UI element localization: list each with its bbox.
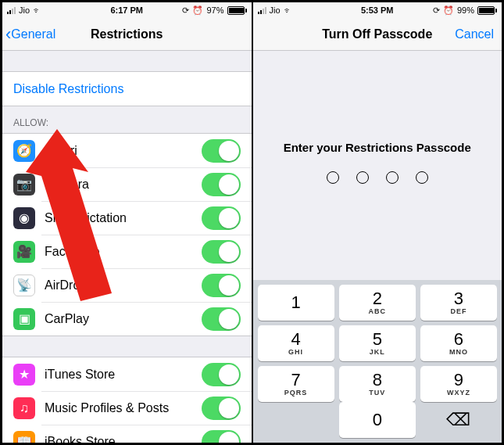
toggle-switch[interactable] — [202, 240, 241, 264]
status-bar: Jio ᯤ 6:17 PM ⟳ ⏰ 97% — [2, 2, 252, 18]
nav-bar: ‹ General Restrictions — [2, 18, 252, 51]
signal-icon — [258, 6, 266, 14]
key-digit: 6 — [454, 331, 463, 348]
app-icon: ▣ — [13, 308, 35, 330]
content-scroll[interactable]: Disable Restrictions ALLOW: 🧭Safari📷Came… — [2, 51, 252, 443]
allow-header: ALLOW: — [2, 106, 252, 133]
battery-percent: 97% — [206, 5, 223, 15]
app-cell-siri-dictation: ◉Siri & Dictation — [2, 201, 252, 235]
key-digit: 7 — [291, 371, 300, 389]
key-letters: TUV — [369, 389, 385, 397]
key-digit: 8 — [373, 371, 382, 389]
passcode-dot — [416, 171, 428, 184]
app-cell-facetime: 🎥FaceTime — [2, 235, 252, 268]
passcode-dots — [253, 171, 502, 184]
lock-icon: ⟳ — [433, 5, 440, 16]
app-icon: 📡 — [13, 275, 35, 296]
app-icon: ◉ — [13, 207, 35, 229]
passcode-screen: Jio ᯤ 5:53 PM ⟳ ⏰ 99% Turn Off Passcode … — [253, 2, 502, 443]
key-letters: WXYZ — [447, 389, 470, 397]
passcode-content: Enter your Restrictions Passcode 12ABC3D… — [253, 51, 502, 443]
app-label: Safari — [45, 144, 202, 158]
toggle-switch[interactable] — [202, 139, 241, 163]
app-cell-carplay: ▣CarPlay — [2, 302, 252, 336]
app-cell-camera: 📷Camera — [2, 167, 252, 201]
battery-icon — [227, 6, 247, 15]
toggle-switch[interactable] — [202, 274, 241, 297]
keypad-key-4[interactable]: 4GHI — [258, 325, 334, 361]
passcode-dot — [386, 171, 399, 184]
key-letters: ABC — [369, 307, 387, 315]
wifi-icon: ᯤ — [284, 5, 292, 15]
keypad-backspace[interactable]: ⌫ — [420, 402, 497, 438]
key-digit: 3 — [454, 290, 463, 307]
key-letters: GHI — [288, 348, 303, 356]
carrier-label: Jio — [270, 5, 281, 15]
app-cell-music-profiles-posts: ♫Music Profiles & Posts — [2, 391, 252, 425]
toggle-switch[interactable] — [202, 430, 241, 443]
keypad-blank — [258, 402, 334, 438]
numeric-keypad: 12ABC3DEF4GHI5JKL6MNO7PQRS8TUV9WXYZ 0 ⌫ — [253, 280, 502, 443]
keypad-key-8[interactable]: 8TUV — [339, 366, 416, 402]
key-digit: 5 — [373, 331, 382, 348]
keypad-key-9[interactable]: 9WXYZ — [420, 366, 497, 402]
passcode-dot — [356, 171, 369, 184]
keypad-key-5[interactable]: 5JKL — [339, 325, 416, 361]
key-letters: JKL — [370, 348, 385, 356]
disable-restrictions-label: Disable Restrictions — [13, 82, 241, 96]
app-label: CarPlay — [45, 312, 202, 326]
app-icon: ♫ — [13, 397, 35, 419]
restrictions-screen: Jio ᯤ 6:17 PM ⟳ ⏰ 97% ‹ General Restrict… — [2, 2, 253, 443]
disable-restrictions-cell[interactable]: Disable Restrictions — [2, 72, 252, 106]
wifi-icon: ᯤ — [33, 5, 41, 15]
keypad-key-0[interactable]: 0 — [339, 402, 416, 438]
app-icon: 🧭 — [13, 140, 35, 162]
app-cell-itunes-store: ★iTunes Store — [2, 357, 252, 391]
key-digit: 2 — [373, 290, 382, 307]
battery-icon — [477, 6, 497, 15]
nav-title: Restrictions — [2, 27, 252, 41]
status-bar: Jio ᯤ 5:53 PM ⟳ ⏰ 99% — [253, 2, 502, 18]
toggle-switch[interactable] — [202, 173, 241, 196]
app-icon: ★ — [13, 364, 35, 386]
app-label: Camera — [45, 178, 202, 192]
carrier-label: Jio — [19, 5, 30, 15]
keypad-key-6[interactable]: 6MNO — [420, 325, 497, 361]
app-icon: 🎥 — [13, 241, 35, 263]
app-label: iBooks Store — [45, 435, 202, 443]
passcode-dot — [327, 171, 339, 184]
keypad-key-7[interactable]: 7PQRS — [258, 366, 334, 402]
app-label: Siri & Dictation — [45, 211, 202, 225]
toggle-switch[interactable] — [202, 363, 241, 386]
key-letters: PQRS — [284, 389, 308, 397]
toggle-switch[interactable] — [202, 206, 241, 230]
toggle-switch[interactable] — [202, 397, 241, 420]
battery-percent: 99% — [457, 5, 474, 15]
signal-icon — [7, 6, 16, 14]
backspace-icon: ⌫ — [446, 410, 470, 430]
key-letters: DEF — [450, 307, 466, 315]
app-label: FaceTime — [45, 245, 202, 259]
key-letters: MNO — [449, 348, 468, 356]
app-label: AirDrop — [45, 278, 202, 292]
key-digit: 9 — [454, 371, 463, 389]
key-digit: 1 — [291, 294, 300, 311]
key-digit: 4 — [291, 331, 300, 348]
key-digit: 0 — [373, 411, 382, 429]
keypad-key-3[interactable]: 3DEF — [420, 285, 497, 321]
keypad-key-1[interactable]: 1 — [258, 285, 334, 321]
app-label: Music Profiles & Posts — [45, 401, 202, 415]
app-cell-safari: 🧭Safari — [2, 134, 252, 167]
alarm-icon: ⏰ — [192, 5, 203, 16]
nav-bar: Turn Off Passcode Cancel — [253, 18, 502, 51]
keypad-key-2[interactable]: 2ABC — [339, 285, 416, 321]
app-label: iTunes Store — [45, 368, 202, 382]
cancel-button[interactable]: Cancel — [455, 27, 494, 41]
app-cell-airdrop: 📡AirDrop — [2, 268, 252, 302]
lock-icon: ⟳ — [182, 5, 189, 16]
toggle-switch[interactable] — [202, 307, 241, 331]
passcode-prompt: Enter your Restrictions Passcode — [253, 141, 502, 154]
alarm-icon: ⏰ — [443, 5, 454, 16]
app-icon: 📷 — [13, 174, 35, 196]
app-icon: 📖 — [13, 431, 35, 443]
